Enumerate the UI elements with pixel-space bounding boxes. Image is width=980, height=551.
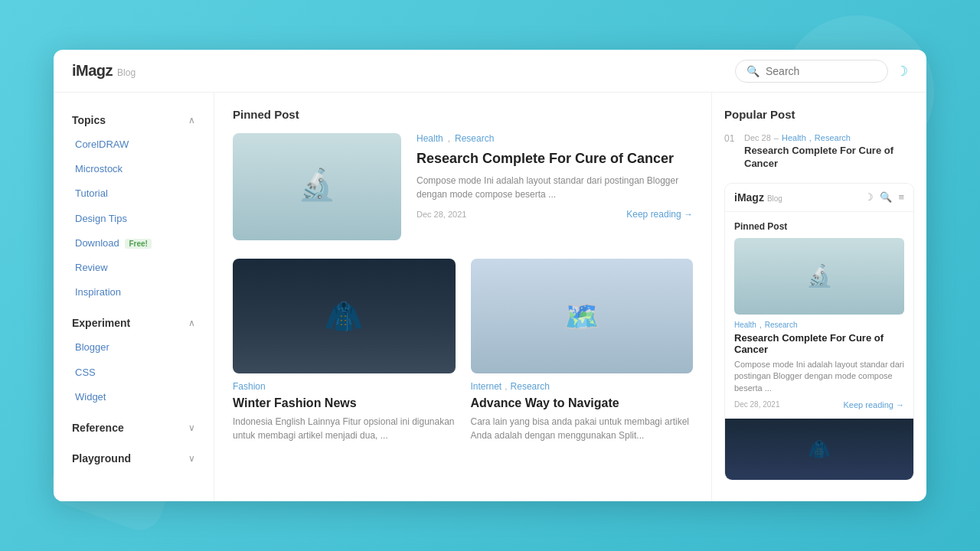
- mini-card-body: Pinned Post Health , Research Research C…: [725, 212, 913, 419]
- pinned-tag-health[interactable]: Health: [416, 133, 443, 144]
- card-navigate: Internet , Research Advance Way to Navig…: [471, 259, 694, 442]
- popular-section-title: Popular Post: [724, 108, 914, 121]
- pinned-post-meta: Dec 28, 2021 Keep reading →: [416, 209, 693, 220]
- pinned-post-tags: Health , Research: [416, 133, 693, 144]
- card-navigate-excerpt: Cara lain yang bisa anda pakai untuk mem…: [471, 415, 694, 442]
- card-navigate-tag-research[interactable]: Research: [511, 381, 550, 392]
- sidebar-playground-chevron: ∨: [188, 453, 195, 464]
- sidebar-section-reference: Reference ∨: [54, 416, 214, 440]
- sidebar-experiment-title: Experiment: [72, 317, 130, 329]
- card-navigate-tags: Internet , Research: [471, 381, 694, 392]
- sidebar-playground-title: Playground: [72, 452, 131, 465]
- sidebar-item-widget[interactable]: Widget: [54, 385, 214, 409]
- mini-moon-icon[interactable]: ☽: [864, 191, 874, 203]
- mini-card-header: iMagz Blog ☽ 🔍 ≡: [725, 184, 913, 212]
- main-window: iMagz Blog 🔍 ☽ Topics ∧ CorelDRAW Micros…: [54, 50, 926, 501]
- sidebar-topics-title: Topics: [72, 114, 106, 126]
- card-navigate-title: Advance Way to Navigate: [471, 396, 694, 410]
- mini-search-icon[interactable]: 🔍: [880, 191, 892, 203]
- pinned-tag-sep: ,: [448, 133, 450, 144]
- sidebar-reference-title: Reference: [72, 422, 124, 434]
- sidebar-item-tutorial[interactable]: Tutorial: [54, 181, 214, 206]
- mini-bottom-image: [725, 419, 913, 480]
- sidebar-section-playground: Playground ∨: [54, 446, 214, 471]
- main-content: Pinned Post Health , Research Research C…: [214, 93, 712, 501]
- moon-icon[interactable]: ☽: [896, 63, 908, 80]
- sidebar-item-inspiration[interactable]: Inspiration: [54, 280, 214, 305]
- nav-scene-image: [471, 259, 694, 373]
- popular-item-title: Research Complete For Cure of Cancer: [744, 145, 914, 171]
- popular-item-tag-health[interactable]: Health: [782, 133, 806, 142]
- search-input[interactable]: [766, 65, 877, 77]
- logo-sub: Blog: [117, 67, 136, 78]
- sidebar-item-review[interactable]: Review: [54, 256, 214, 280]
- sidebar-item-download[interactable]: Download Free!: [54, 231, 214, 256]
- sidebar: Topics ∧ CorelDRAW Microstock Tutorial D…: [54, 93, 214, 501]
- mini-post-date: Dec 28, 2021: [734, 400, 780, 409]
- popular-item-num: 01: [724, 133, 737, 144]
- popular-item-tag-research[interactable]: Research: [815, 133, 851, 142]
- mini-card-tags: Health , Research: [734, 321, 904, 329]
- sidebar-section-header-experiment[interactable]: Experiment ∧: [54, 311, 214, 335]
- search-box[interactable]: 🔍: [735, 60, 888, 83]
- popular-item-tag-sep: ,: [809, 133, 812, 142]
- right-panel: Popular Post 01 Dec 28 – Health , Resear…: [712, 93, 926, 501]
- sidebar-section-header-playground[interactable]: Playground ∨: [54, 446, 214, 471]
- pinned-post-title: Research Complete For Cure of Cancer: [416, 150, 693, 168]
- card-navigate-image: [471, 259, 694, 373]
- card-navigate-tag-internet[interactable]: Internet: [471, 381, 502, 392]
- mini-menu-icon[interactable]: ≡: [898, 191, 904, 203]
- mini-post-title: Research Complete For Cure of Cancer: [734, 332, 904, 355]
- card-winter-image: [233, 259, 456, 373]
- popular-item-0: 01 Dec 28 – Health , Research Research C…: [724, 133, 914, 171]
- sidebar-section-experiment: Experiment ∧ Blogger CSS Widget: [54, 311, 214, 409]
- mini-tag-sep: ,: [760, 321, 762, 329]
- sidebar-item-css[interactable]: CSS: [54, 360, 214, 385]
- mini-logo-sub: Blog: [767, 194, 782, 203]
- mini-logo-brand: iMagz: [734, 191, 764, 204]
- card-winter: Fashion Winter Fashion News Indonesia En…: [233, 259, 456, 442]
- mini-winter-scene: [725, 419, 913, 480]
- mini-section-label: Pinned Post: [734, 221, 904, 232]
- pinned-post-image: [233, 133, 401, 240]
- popular-item-meta: Dec 28 – Health , Research Research Comp…: [744, 133, 914, 171]
- cards-grid: Fashion Winter Fashion News Indonesia En…: [233, 259, 693, 442]
- pinned-tag-research[interactable]: Research: [455, 133, 494, 144]
- search-icon: 🔍: [746, 65, 760, 77]
- sidebar-section-header-topics[interactable]: Topics ∧: [54, 108, 214, 132]
- pinned-post-date: Dec 28, 2021: [416, 210, 466, 219]
- header-right: 🔍 ☽: [735, 60, 908, 83]
- mini-preview-card: iMagz Blog ☽ 🔍 ≡ Pinned Post Hea: [724, 183, 914, 481]
- logo-brand: iMagz: [72, 62, 113, 80]
- sidebar-section-header-reference[interactable]: Reference ∨: [54, 416, 214, 440]
- sidebar-topics-chevron: ∧: [188, 115, 195, 126]
- logo: iMagz Blog: [72, 62, 136, 80]
- sidebar-section-topics: Topics ∧ CorelDRAW Microstock Tutorial D…: [54, 108, 214, 305]
- card-winter-tag-fashion[interactable]: Fashion: [233, 381, 266, 392]
- mini-icons: ☽ 🔍 ≡: [864, 191, 904, 203]
- mini-post-excerpt: Compose mode Ini adalah layout standar d…: [734, 359, 904, 394]
- pinned-post-text: Health , Research Research Complete For …: [416, 133, 693, 240]
- card-winter-title: Winter Fashion News: [233, 396, 456, 410]
- sidebar-item-design-tips[interactable]: Design Tips: [54, 207, 214, 231]
- free-badge: Free!: [125, 239, 151, 249]
- card-navigate-tag-sep: ,: [505, 381, 507, 392]
- card-winter-excerpt: Indonesia English Lainnya Fitur opsional…: [233, 415, 456, 442]
- popular-item-dash: –: [774, 133, 779, 142]
- sidebar-reference-chevron: ∨: [188, 422, 195, 433]
- winter-scene-image: [233, 259, 456, 373]
- body-layout: Topics ∧ CorelDRAW Microstock Tutorial D…: [54, 93, 926, 501]
- sidebar-item-coreldraw[interactable]: CorelDRAW: [54, 132, 214, 157]
- pinned-post-excerpt: Compose mode Ini adalah layout standar d…: [416, 174, 693, 201]
- popular-item-date-tags: Dec 28 – Health , Research: [744, 133, 914, 142]
- pinned-keep-reading[interactable]: Keep reading →: [626, 209, 693, 220]
- mini-tag-research[interactable]: Research: [765, 321, 798, 329]
- header: iMagz Blog 🔍 ☽: [54, 50, 926, 93]
- mini-tag-health[interactable]: Health: [734, 321, 756, 329]
- sidebar-item-microstock[interactable]: Microstock: [54, 157, 214, 181]
- pinned-post: Health , Research Research Complete For …: [233, 133, 693, 240]
- mini-card-image: [734, 238, 904, 315]
- card-winter-tags: Fashion: [233, 381, 456, 392]
- mini-keep-reading[interactable]: Keep reading →: [844, 400, 905, 409]
- sidebar-item-blogger[interactable]: Blogger: [54, 335, 214, 360]
